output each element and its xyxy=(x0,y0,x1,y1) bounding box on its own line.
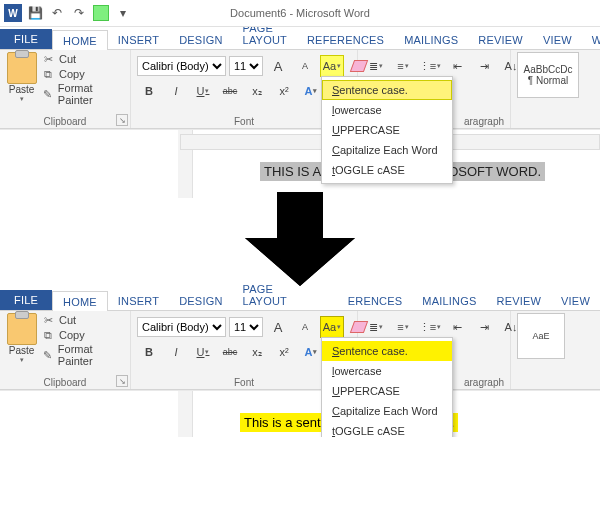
brush-icon-2: ✎ xyxy=(41,348,54,362)
bullets-button[interactable]: ≣ xyxy=(364,55,388,77)
underline-button[interactable]: U xyxy=(191,80,215,102)
style-normal[interactable]: AaBbCcDc ¶ Normal xyxy=(517,52,579,98)
increase-indent-button-2[interactable]: ⇥ xyxy=(472,316,496,338)
tab-file[interactable]: FILE xyxy=(0,29,52,49)
subscript-button-2[interactable]: x₂ xyxy=(245,341,269,363)
decrease-indent-button[interactable]: ⇤ xyxy=(445,55,469,77)
brush-icon: ✎ xyxy=(41,87,54,101)
tab-home-2[interactable]: HOME xyxy=(52,291,108,311)
tab-review[interactable]: REVIEW xyxy=(468,30,533,49)
paste-icon xyxy=(7,52,37,84)
increase-indent-button[interactable]: ⇥ xyxy=(472,55,496,77)
document-area-after: This is a sentence in microsoft word. xyxy=(0,390,600,437)
paste-button-2[interactable]: Paste ▾ xyxy=(6,313,37,364)
multilevel-button-2[interactable]: ⋮≡ xyxy=(418,316,442,338)
transition-arrow-icon xyxy=(245,192,355,286)
tab-references[interactable]: REFERENCES xyxy=(297,30,394,49)
format-painter-button[interactable]: ✎Format Painter xyxy=(41,82,124,106)
group-clipboard: Paste ▾ ✂Cut ⧉Copy ✎Format Painter Clipb… xyxy=(0,50,131,128)
copy-button-2[interactable]: ⧉Copy xyxy=(41,328,124,342)
font-name-select-2[interactable]: Calibri (Body) xyxy=(137,317,226,337)
group-font-2: Calibri (Body) 11 A A Aa Sentence case. … xyxy=(131,311,358,389)
case-toggle[interactable]: tOGGLE cASE xyxy=(322,160,452,180)
tab-file-2[interactable]: FILE xyxy=(0,290,52,310)
shrink-font-button-2[interactable]: A xyxy=(293,316,317,338)
cut-button[interactable]: ✂Cut xyxy=(41,52,124,66)
font-name-select[interactable]: Calibri (Body) xyxy=(137,56,226,76)
grow-font-button[interactable]: A xyxy=(266,55,290,77)
ribbon-2: Paste ▾ ✂Cut ⧉Copy ✎Format Painter Clipb… xyxy=(0,311,600,390)
case-sentence-2[interactable]: Sentence case. xyxy=(322,341,452,361)
group-font: Calibri (Body) 11 A A Aa Sentence case. … xyxy=(131,50,358,128)
font-size-select-2[interactable]: 11 xyxy=(229,317,263,337)
font-group-label: Font xyxy=(137,114,351,128)
undo-icon[interactable]: ↶ xyxy=(48,4,66,22)
strike-button[interactable]: abc xyxy=(218,80,242,102)
superscript-button[interactable]: x² xyxy=(272,80,296,102)
window-title: Document6 - Microsoft Word xyxy=(0,7,600,19)
italic-button-2[interactable]: I xyxy=(164,341,188,363)
clipboard-dialog-launcher-icon[interactable]: ↘ xyxy=(116,114,128,126)
case-lowercase-2[interactable]: lowercase xyxy=(322,361,452,381)
document-area-before: THIS IS A SENTENCE IN MICROSOFT WORD. xyxy=(0,129,600,198)
paste-button[interactable]: Paste ▾ xyxy=(6,52,37,103)
case-toggle-2[interactable]: tOGGLE cASE xyxy=(322,421,452,437)
numbering-button-2[interactable]: ≡ xyxy=(391,316,415,338)
change-case-button-2[interactable]: Aa Sentence case. lowercase UPPERCASE Ca… xyxy=(320,316,344,338)
case-uppercase-2[interactable]: UPPERCASE xyxy=(322,381,452,401)
ribbon: Paste ▾ ✂Cut ⧉Copy ✎Format Painter Clipb… xyxy=(0,50,600,129)
change-case-menu: Sentence case. lowercase UPPERCASE Capit… xyxy=(321,76,453,184)
font-size-select[interactable]: 11 xyxy=(229,56,263,76)
group-clipboard-2: Paste ▾ ✂Cut ⧉Copy ✎Format Painter Clipb… xyxy=(0,311,131,389)
bold-button[interactable]: B xyxy=(137,80,161,102)
case-capitalize-2[interactable]: Capitalize Each Word xyxy=(322,401,452,421)
case-capitalize[interactable]: Capitalize Each Word xyxy=(322,140,452,160)
tab-design-2[interactable]: DESIGN xyxy=(169,291,232,310)
underline-button-2[interactable]: U xyxy=(191,341,215,363)
word-window-after: FILE HOME INSERT DESIGN PAGE LAYOUT EREN… xyxy=(0,288,600,437)
strike-button-2[interactable]: abc xyxy=(218,341,242,363)
clipboard-dialog-launcher-icon-2[interactable]: ↘ xyxy=(116,375,128,387)
tab-home[interactable]: HOME xyxy=(52,30,108,50)
tab-worldox[interactable]: WORLDOX xyxy=(582,30,600,49)
multilevel-button[interactable]: ⋮≡ xyxy=(418,55,442,77)
tab-view[interactable]: VIEW xyxy=(533,30,582,49)
style-normal-2[interactable]: AaE xyxy=(517,313,565,359)
format-painter-button-2[interactable]: ✎Format Painter xyxy=(41,343,124,367)
bold-button-2[interactable]: B xyxy=(137,341,161,363)
qat-more-icon[interactable]: ▾ xyxy=(114,4,132,22)
tab-view-2[interactable]: VIEW xyxy=(551,291,600,310)
cut-button-2[interactable]: ✂Cut xyxy=(41,313,124,327)
subscript-button[interactable]: x₂ xyxy=(245,80,269,102)
grow-font-button-2[interactable]: A xyxy=(266,316,290,338)
tab-insert-2[interactable]: INSERT xyxy=(108,291,169,310)
save-icon[interactable]: 💾 xyxy=(26,4,44,22)
case-lowercase[interactable]: lowercase xyxy=(322,100,452,120)
paste-icon-2 xyxy=(7,313,37,345)
quick-access-toolbar: W 💾 ↶ ↷ ▾ Document6 - Microsoft Word xyxy=(0,0,600,27)
text-effects-button[interactable]: A xyxy=(299,80,323,102)
tab-review-2[interactable]: REVIEW xyxy=(486,291,551,310)
cut-icon-2: ✂ xyxy=(41,313,55,327)
ribbon-tabs: FILE HOME INSERT DESIGN PAGE LAYOUT REFE… xyxy=(0,27,600,50)
tab-insert[interactable]: INSERT xyxy=(108,30,169,49)
redo-icon[interactable]: ↷ xyxy=(70,4,88,22)
italic-button[interactable]: I xyxy=(164,80,188,102)
text-effects-button-2[interactable]: A xyxy=(299,341,323,363)
numbering-button[interactable]: ≡ xyxy=(391,55,415,77)
tab-mailings[interactable]: MAILINGS xyxy=(394,30,468,49)
bullets-button-2[interactable]: ≣ xyxy=(364,316,388,338)
group-styles: AaBbCcDc ¶ Normal xyxy=(511,50,595,128)
tab-design[interactable]: DESIGN xyxy=(169,30,232,49)
superscript-button-2[interactable]: x² xyxy=(272,341,296,363)
copy-button[interactable]: ⧉Copy xyxy=(41,67,124,81)
decrease-indent-button-2[interactable]: ⇤ xyxy=(445,316,469,338)
case-uppercase[interactable]: UPPERCASE xyxy=(322,120,452,140)
case-sentence[interactable]: Sentence case. xyxy=(322,80,452,100)
word-icon: W xyxy=(4,4,22,22)
color-swatch-icon[interactable] xyxy=(92,4,110,22)
shrink-font-button[interactable]: A xyxy=(293,55,317,77)
tab-references-2[interactable]: ERENCES xyxy=(322,291,413,310)
change-case-button[interactable]: Aa Sentence case. lowercase UPPERCASE Ca… xyxy=(320,55,344,77)
tab-mailings-2[interactable]: MAILINGS xyxy=(412,291,486,310)
